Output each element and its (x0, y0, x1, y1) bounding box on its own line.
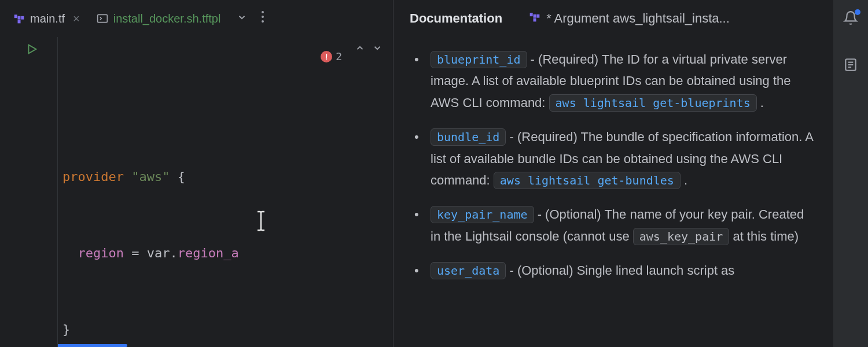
code-chip: blueprint_id (431, 51, 527, 68)
editor-tabs-bar: main.tf × install_docker.sh.tftpl (0, 0, 393, 37)
editor-pane: main.tf × install_docker.sh.tftpl 2 (0, 0, 393, 347)
svg-rect-12 (534, 19, 536, 22)
doc-item-user-data: user_data - (Optional) Single lined laun… (411, 260, 816, 281)
doc-text: . (757, 95, 764, 110)
code-area[interactable]: 2 provider "aws" { region = var.region_a… (58, 37, 393, 347)
svg-rect-1 (18, 16, 21, 20)
doc-text: . (681, 173, 687, 187)
tab-main-tf[interactable]: main.tf × (5, 0, 88, 37)
code-chip: aws lightsail get-bundles (494, 172, 681, 189)
doc-tab-documentation[interactable]: Documentation (405, 5, 507, 32)
documentation-tool-icon[interactable] (843, 57, 858, 75)
doc-text: at this time) (729, 229, 799, 243)
code-chip: aws lightsail get-blueprints (549, 94, 757, 112)
editor-body: 2 provider "aws" { region = var.region_a… (0, 37, 393, 347)
code-line[interactable]: provider "aws" { (58, 164, 393, 190)
right-tool-gutter (833, 0, 868, 347)
tabs-more-icon[interactable] (255, 10, 270, 27)
svg-rect-10 (534, 14, 536, 18)
doc-item-blueprint-id: blueprint_id - (Required) The ID for a v… (411, 49, 816, 113)
fold-controls[interactable] (355, 43, 382, 53)
svg-rect-11 (536, 14, 539, 18)
code-line[interactable]: region = var.region_a (58, 241, 393, 266)
documentation-pane: Documentation * Argument aws_lightsail_i… (393, 0, 833, 347)
code-line[interactable]: } (58, 317, 393, 342)
tab-label: main.tf (30, 12, 65, 25)
doc-item-key-pair-name: key_pair_name - (Optional) The name of y… (411, 204, 816, 247)
tab-install-docker[interactable]: install_docker.sh.tftpl (88, 0, 229, 37)
editor-gutter (0, 37, 58, 347)
doc-item-bundle-id: bundle_id - (Required) The bundle of spe… (411, 126, 816, 191)
doc-list: blueprint_id - (Required) The ID for a v… (411, 49, 816, 282)
doc-tabs: Documentation * Argument aws_lightsail_i… (393, 0, 833, 37)
svg-rect-4 (97, 14, 107, 22)
svg-rect-3 (18, 20, 21, 24)
doc-text: - (Optional) Single lined launch script … (506, 263, 734, 278)
svg-rect-9 (530, 13, 533, 16)
doc-tab-argument[interactable]: * Argument aws_lightsail_insta... (524, 5, 734, 32)
svg-marker-8 (29, 45, 36, 54)
close-icon[interactable]: × (73, 12, 80, 25)
svg-point-5 (262, 11, 264, 13)
problems-count: 2 (336, 44, 342, 69)
run-icon[interactable] (25, 43, 38, 58)
terraform-icon (13, 12, 25, 25)
svg-point-7 (262, 20, 264, 23)
tab-label: install_docker.sh.tftpl (113, 12, 221, 25)
code-chip: aws_key_pair (633, 228, 730, 245)
shell-icon (96, 12, 109, 25)
tabs-dropdown-icon[interactable] (229, 11, 255, 26)
code-chip: bundle_id (431, 128, 506, 146)
doc-content: blueprint_id - (Required) The ID for a v… (393, 37, 833, 347)
doc-tab-label: Documentation (410, 11, 502, 26)
notification-dot (855, 9, 860, 15)
terraform-icon (529, 11, 540, 26)
doc-tab-label: * Argument aws_lightsail_insta... (546, 11, 730, 26)
problems-indicator[interactable]: 2 (321, 44, 342, 69)
svg-point-6 (262, 16, 264, 18)
svg-rect-0 (14, 14, 17, 18)
svg-rect-2 (21, 16, 24, 20)
error-icon (321, 51, 332, 62)
code-chip: key_pair_name (431, 206, 534, 223)
code-chip: user_data (431, 262, 506, 279)
notifications-icon[interactable] (843, 10, 858, 28)
